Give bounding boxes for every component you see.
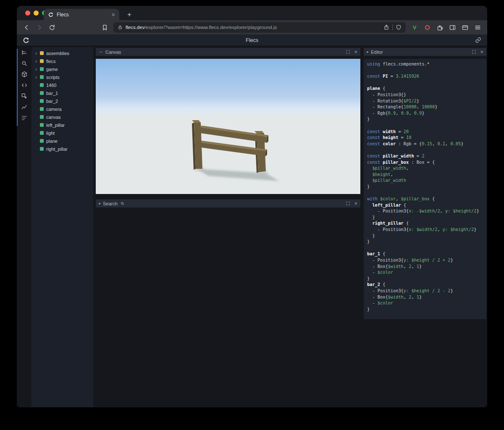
- tree-item-left_pillar[interactable]: ›left_pillar: [32, 121, 93, 129]
- url-domain: flecs.dev: [126, 25, 144, 30]
- divider: [392, 24, 393, 30]
- reload-icon[interactable]: [48, 24, 55, 31]
- browser-tab[interactable]: Flecs ×: [44, 9, 119, 20]
- scene-render: [96, 59, 360, 194]
- panel-toggle-icon[interactable]: [99, 203, 100, 205]
- close-panel-icon[interactable]: ×: [480, 49, 483, 55]
- new-tab-button[interactable]: +: [124, 9, 134, 20]
- entity-label: plane: [46, 139, 58, 144]
- back-icon[interactable]: [23, 24, 30, 31]
- code-line: plane {: [367, 85, 486, 92]
- code-line: - Box{$width, 2, 1}: [367, 263, 486, 270]
- tree-item-bar_2[interactable]: ›bar_2: [32, 97, 93, 105]
- canvas-3d-viewport[interactable]: [96, 59, 360, 194]
- tab-title: Flecs: [57, 12, 109, 18]
- extension-record-icon[interactable]: [423, 24, 431, 31]
- close-tab-icon[interactable]: ×: [112, 12, 115, 18]
- code-line: with $color, $pillar_box {: [367, 196, 486, 202]
- entity-color-swatch: [40, 147, 44, 151]
- expand-arrow-icon[interactable]: ›: [35, 51, 40, 56]
- search-icon[interactable]: [17, 58, 32, 69]
- flecs-explorer-app: Flecs ›assemblies›flecs›game›scripts›146…: [17, 34, 487, 407]
- extensions-puzzle-icon[interactable]: [436, 24, 444, 31]
- tree-item-assemblies[interactable]: ›assemblies: [32, 49, 93, 57]
- expand-arrow-icon[interactable]: ›: [35, 59, 40, 64]
- menu-icon[interactable]: [474, 24, 481, 31]
- active-panel-accent: [17, 49, 18, 126]
- bookmark-icon[interactable]: [101, 24, 108, 31]
- close-window-button[interactable]: [25, 10, 30, 16]
- code-line: - Rgb{0.9, 0.9, 0.9}: [367, 110, 486, 116]
- code-line: - Position3{x: $width/2, y: $height/2}: [367, 226, 486, 233]
- entity-label: right_pillar: [46, 147, 68, 152]
- entity-label: flecs: [46, 59, 56, 64]
- tree-item-scripts[interactable]: ›scripts: [32, 73, 93, 81]
- tree-item-camera[interactable]: ›camera: [32, 105, 93, 113]
- entity-label: canvas: [46, 115, 61, 120]
- wallet-icon[interactable]: [461, 24, 469, 31]
- link-icon[interactable]: [475, 37, 482, 44]
- extension-v-icon[interactable]: V: [411, 24, 418, 31]
- chart-icon[interactable]: [17, 102, 32, 113]
- tree-item-flecs[interactable]: ›flecs: [32, 57, 93, 65]
- cube-icon[interactable]: [17, 69, 32, 80]
- lock-icon: [118, 25, 123, 30]
- app-header: Flecs: [17, 34, 487, 46]
- code-line: - Position3{y: $height / 2 + 2}: [367, 257, 486, 263]
- browser-window: Flecs × + flecs.dev/explorer/?wasm=https…: [17, 6, 487, 407]
- inspect-icon[interactable]: [17, 91, 32, 102]
- code-line: const color : Rgb = {0.15, 0.1, 0.05}: [367, 141, 486, 147]
- browser-toolbar: flecs.dev/explorer/?wasm=https://www.fle…: [17, 20, 487, 34]
- panel-toggle-icon[interactable]: [367, 51, 368, 53]
- side-panel-icon[interactable]: [449, 24, 456, 31]
- code-icon[interactable]: [17, 80, 32, 91]
- code-line: right_pillar {: [367, 220, 486, 226]
- code-line: const height = 10: [367, 134, 486, 141]
- code-line: - $color: [367, 269, 486, 275]
- expand-arrow-icon[interactable]: ›: [35, 67, 40, 72]
- code-line: const pillar_box : Box = {: [367, 159, 486, 165]
- shield-icon[interactable]: [396, 24, 402, 30]
- queries-icon[interactable]: [17, 113, 32, 123]
- entity-label: game: [46, 67, 58, 72]
- close-panel-icon[interactable]: ×: [354, 49, 357, 55]
- minimize-window-button[interactable]: [34, 10, 39, 16]
- tree-item-canvas[interactable]: ›canvas: [32, 113, 93, 121]
- outliner-icon[interactable]: [17, 47, 32, 58]
- fullscreen-icon[interactable]: [346, 201, 350, 206]
- address-bar[interactable]: flecs.dev/explorer/?wasm=https://www.fle…: [113, 22, 406, 33]
- chevron-down-icon[interactable]: [99, 50, 103, 54]
- search-icon: [120, 201, 125, 206]
- tree-item-game[interactable]: ›game: [32, 65, 93, 73]
- code-line: [367, 79, 486, 86]
- close-panel-icon[interactable]: ×: [354, 201, 357, 206]
- fullscreen-icon[interactable]: [346, 50, 350, 54]
- code-line: bar_1 {: [367, 251, 486, 257]
- search-panel-header[interactable]: Search ×: [96, 199, 360, 208]
- code-line: [367, 189, 486, 196]
- forward-icon[interactable]: [35, 24, 43, 31]
- tree-item-bar_1[interactable]: ›bar_1: [32, 89, 93, 97]
- expand-arrow-icon[interactable]: ›: [35, 75, 40, 80]
- editor-code[interactable]: using flecs.components.*const PI = 3.141…: [364, 59, 486, 319]
- entity-color-swatch: [40, 83, 44, 87]
- code-line: $height,: [367, 171, 486, 178]
- canvas-panel-title: Canvas: [105, 50, 121, 55]
- canvas-panel-header[interactable]: Canvas ×: [96, 48, 360, 56]
- code-line: const PI = 3.1415926: [367, 73, 486, 79]
- entity-color-swatch: [40, 107, 44, 111]
- code-line: }: [367, 239, 486, 245]
- tree-item-plane[interactable]: ›plane: [32, 137, 93, 145]
- editor-panel-header[interactable]: Editor ×: [364, 48, 486, 56]
- fullscreen-icon[interactable]: [472, 50, 476, 54]
- search-panel-title: Search: [103, 201, 118, 206]
- share-icon[interactable]: [383, 24, 389, 30]
- entity-color-swatch: [40, 59, 44, 63]
- tree-item-light[interactable]: ›light: [32, 129, 93, 137]
- code-line: $pillar_width: [367, 177, 486, 184]
- entity-label: bar_1: [46, 91, 58, 96]
- entity-color-swatch: [40, 75, 44, 79]
- code-line: - Position3{}: [367, 92, 486, 98]
- tree-item-right_pillar[interactable]: ›right_pillar: [32, 145, 93, 153]
- tree-item-1460[interactable]: ›1460: [32, 81, 93, 89]
